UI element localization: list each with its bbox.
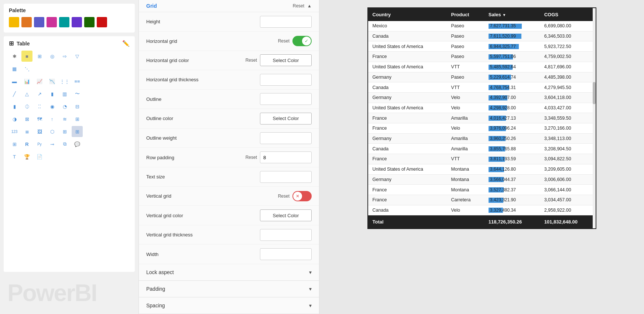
scrollbar-thumb[interactable] <box>593 82 596 104</box>
R-icon[interactable]: R <box>21 139 32 150</box>
color-swatch-8[interactable] <box>97 17 107 27</box>
cell-sales: 4,392,907.00 <box>484 92 540 103</box>
grid-reset-button[interactable]: Reset <box>293 3 304 8</box>
text-icon[interactable]: T <box>9 151 20 162</box>
cell-country: France <box>368 123 447 134</box>
center-panel: Grid Reset ▲ Height Horizontal grid Rese… <box>138 0 319 314</box>
chart-icon-4[interactable]: 📉 <box>47 76 58 87</box>
gauge-icon[interactable]: ◑ <box>9 113 20 124</box>
doc-icon[interactable]: 📄 <box>34 151 45 162</box>
cell-cogs: 3,066,144.00 <box>540 185 596 195</box>
shape-icon[interactable]: ⬡ <box>47 126 58 137</box>
map-icon[interactable]: 🗺 <box>34 113 45 124</box>
lock-aspect-accordion[interactable]: Lock aspect ▾ <box>139 264 319 281</box>
outline-color-button[interactable]: Select Color <box>260 113 312 124</box>
chart-icon-6[interactable]: ≡≡ <box>72 76 83 87</box>
chart-icon-5[interactable]: ⋮⋮ <box>59 76 70 87</box>
paint-brush-icon[interactable]: ✏️ <box>122 40 130 47</box>
color-swatch-2[interactable] <box>21 17 32 27</box>
cell-product: Paseo <box>447 41 484 52</box>
outline-input[interactable] <box>260 93 312 105</box>
palette-title: Palette <box>9 7 130 13</box>
vertical-grid-thickness-input[interactable] <box>260 229 312 241</box>
yellow-square-icon[interactable]: ■ <box>21 51 32 62</box>
link-icon[interactable]: ⧉ <box>59 139 70 150</box>
chart-icon-2[interactable]: 📊 <box>21 76 32 87</box>
outline-label: Outline <box>146 96 161 102</box>
cell-product: VTT <box>447 62 484 72</box>
horizontal-grid-color-button[interactable]: Select Color <box>260 54 312 66</box>
num-icon[interactable]: 123 <box>9 126 20 137</box>
nav-icon[interactable]: ⊞ <box>59 126 70 137</box>
chart-icon-3[interactable]: 📈 <box>34 76 45 87</box>
table-icon-1[interactable]: ⊞ <box>34 51 45 62</box>
chart-icon-1[interactable]: ▬ <box>9 76 20 87</box>
vertical-grid-toggle[interactable]: ✕ <box>292 191 312 201</box>
filter-icon[interactable]: ▽ <box>72 51 83 62</box>
treemap-icon[interactable]: ⊟ <box>72 101 83 112</box>
funnel-icon[interactable]: ⏀ <box>21 101 32 112</box>
img-icon[interactable]: 🖼 <box>34 126 45 137</box>
color-swatch-1[interactable] <box>9 17 19 27</box>
horizontal-grid-toggle[interactable]: ✓ <box>292 36 312 46</box>
padding-accordion[interactable]: Padding ▾ <box>139 281 319 297</box>
collapse-chevron-icon[interactable]: ▲ <box>307 3 312 8</box>
ribbon-icon[interactable]: 〜 <box>72 88 83 99</box>
row-padding-input[interactable] <box>260 151 312 163</box>
color-swatch-7[interactable] <box>84 17 95 27</box>
color-swatch-6[interactable] <box>72 17 82 27</box>
color-swatch-3[interactable] <box>34 17 44 27</box>
height-input[interactable] <box>260 16 312 28</box>
scatter-icon[interactable]: ⋱ <box>21 63 32 74</box>
grouped-bar-icon[interactable]: ▦ <box>9 63 20 74</box>
horizontal-grid-reset[interactable]: Reset <box>278 38 290 44</box>
color-swatch-5[interactable] <box>59 17 69 27</box>
stacked-icon[interactable]: ▥ <box>59 88 70 99</box>
chat-icon[interactable]: 💬 <box>72 139 83 150</box>
text-size-input[interactable] <box>260 171 312 183</box>
vertical-grid-reset[interactable]: Reset <box>278 194 290 199</box>
text-table-icon[interactable]: ≣ <box>21 126 32 137</box>
scrollbar[interactable] <box>593 8 596 228</box>
matrix-icon[interactable]: ⊞ <box>72 113 83 124</box>
grid-icon[interactable]: ⊞ <box>9 139 20 150</box>
cell-sales: 3,855,765.88 <box>484 144 540 154</box>
horizontal-grid-thickness-input[interactable] <box>260 74 312 86</box>
combo-icon[interactable]: ↗ <box>34 88 45 99</box>
pie-icon[interactable]: ◔ <box>59 101 70 112</box>
cell-product: Amarilla <box>447 113 484 123</box>
color-swatch-4[interactable] <box>47 17 57 27</box>
icon-row-5: ▮ ⏀ ⁚⁚ ◉ ◔ ⊟ <box>9 101 130 112</box>
arrow-icon[interactable]: ⇨ <box>59 51 70 62</box>
trophy-icon[interactable]: 🏆 <box>21 151 32 162</box>
compass-icon[interactable]: ↑ <box>47 113 58 124</box>
cell-sales: 3,811,193.59 <box>484 154 540 164</box>
width-input[interactable] <box>260 248 312 260</box>
table-widget-title: ⊞ Table <box>9 40 30 47</box>
outline-weight-row: Outline weight <box>139 129 319 148</box>
padding-label: Padding <box>146 286 165 292</box>
wave-icon[interactable]: ≋ <box>59 113 70 124</box>
vertical-grid-color-button[interactable]: Select Color <box>260 209 312 221</box>
donut-icon[interactable]: ◉ <box>47 101 58 112</box>
lock-aspect-label: Lock aspect <box>146 269 174 275</box>
asterisk-icon[interactable]: ✱ <box>9 51 20 62</box>
dot-plot-icon[interactable]: ⁚⁚ <box>34 101 45 112</box>
line-icon[interactable]: ╱ <box>9 88 20 99</box>
flow-icon[interactable]: ⊸ <box>47 139 58 150</box>
table-row: Canada Velo 3,329,490.34 2,958,922.00 <box>368 205 596 215</box>
outline-weight-input[interactable] <box>260 132 312 144</box>
table-row: Germany Paseo 5,229,614.74 4,485,398.00 <box>368 72 596 82</box>
horizontal-grid-color-label: Horizontal grid color <box>146 58 189 63</box>
table2-icon[interactable]: ⊠ <box>21 113 32 124</box>
active-table-icon[interactable]: ⊞ <box>72 126 83 137</box>
mountain-icon[interactable]: △ <box>21 88 32 99</box>
horizontal-grid-color-reset[interactable]: Reset <box>246 58 257 63</box>
bar2-icon[interactable]: ▮ <box>47 88 58 99</box>
table-row: France VTT 3,811,193.59 3,094,822.50 <box>368 154 596 164</box>
spacing-accordion[interactable]: Spacing ▾ <box>139 297 319 314</box>
bar3-icon[interactable]: ▮ <box>9 101 20 112</box>
row-padding-reset[interactable]: Reset <box>246 155 257 160</box>
py-icon[interactable]: Py <box>34 139 45 150</box>
circle-icon[interactable]: ◎ <box>47 51 58 62</box>
